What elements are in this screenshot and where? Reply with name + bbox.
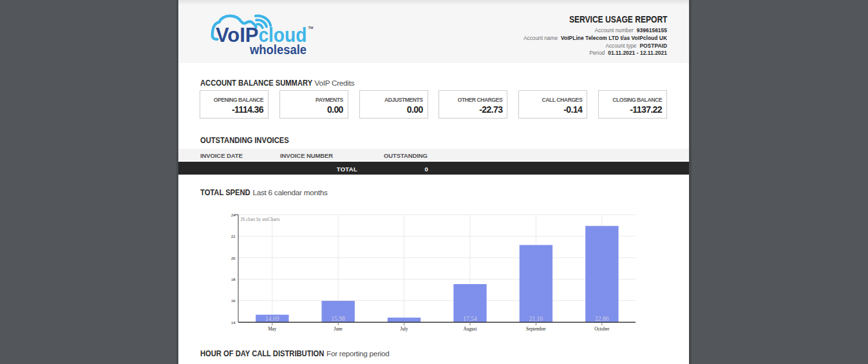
svg-text:24: 24 bbox=[231, 213, 236, 217]
svg-text:22.86: 22.86 bbox=[595, 316, 609, 322]
svg-text:wholesale: wholesale bbox=[249, 43, 307, 57]
svg-text:18: 18 bbox=[231, 277, 236, 282]
svg-text:October: October bbox=[594, 327, 610, 332]
svg-text:15.98: 15.98 bbox=[332, 316, 346, 322]
svg-text:June: June bbox=[334, 327, 343, 332]
svg-text:16: 16 bbox=[231, 298, 236, 303]
svg-text:JS chart by amCharts: JS chart by amCharts bbox=[241, 217, 280, 222]
svg-text:May: May bbox=[268, 327, 277, 332]
svg-text:August: August bbox=[464, 327, 477, 332]
svg-text:22: 22 bbox=[231, 234, 236, 238]
svg-text:TM: TM bbox=[308, 26, 314, 30]
svg-text:14.69: 14.69 bbox=[265, 316, 279, 322]
svg-text:20: 20 bbox=[231, 256, 236, 260]
svg-text:21.16: 21.16 bbox=[529, 316, 543, 322]
svg-text:14: 14 bbox=[231, 320, 236, 325]
svg-text:September: September bbox=[526, 327, 546, 332]
svg-text:July: July bbox=[401, 327, 408, 332]
svg-text:17.54: 17.54 bbox=[463, 316, 477, 322]
